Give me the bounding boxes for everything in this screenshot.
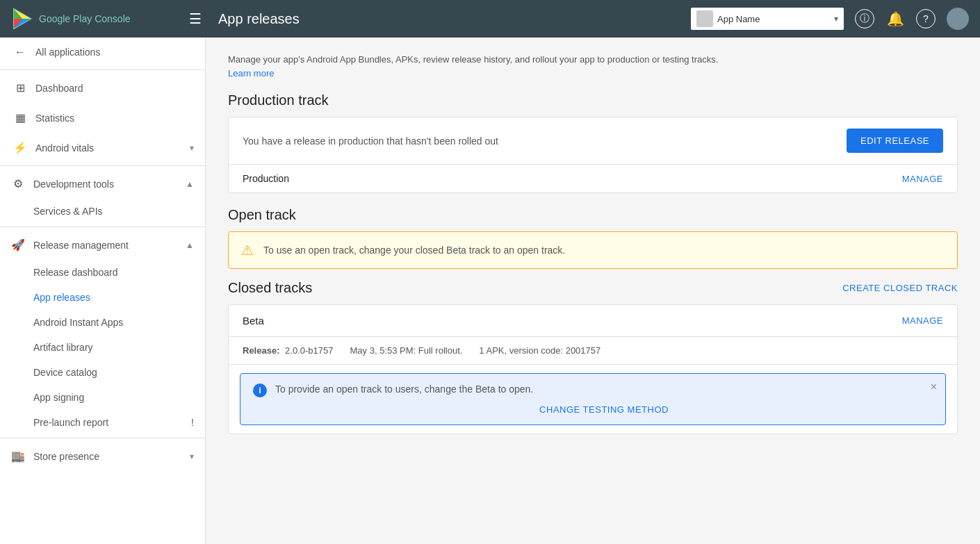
learn-more-link[interactable]: Learn more — [228, 68, 274, 79]
back-icon: ← — [13, 46, 27, 58]
services-apis-label: Services & APIs — [33, 206, 103, 217]
sidebar-divider-2 — [0, 165, 205, 166]
beta-title: Beta — [243, 315, 264, 327]
open-track-title: Open track — [228, 207, 958, 223]
chevron-down-icon: ▾ — [834, 14, 838, 24]
sidebar-dev-tools-label: Development tools — [33, 179, 114, 190]
sidebar-android-vitals-label: Android vitals — [35, 142, 181, 154]
edit-release-button[interactable]: EDIT RELEASE — [847, 129, 943, 153]
sidebar-divider-3 — [0, 226, 205, 227]
main-content: Manage your app's Android App Bundles, A… — [206, 38, 980, 544]
layout: ← Dashboard All applications ⊞ Dashboard… — [0, 38, 980, 544]
app-releases-label: App releases — [33, 292, 90, 303]
sidebar-statistics-label: Statistics — [35, 113, 194, 124]
beta-manage-button[interactable]: MANAGE — [902, 315, 943, 326]
release-dashboard-label: Release dashboard — [33, 267, 117, 278]
release-version: 2.0.0-b1757 — [285, 345, 333, 356]
sidebar-item-app-releases[interactable]: App releases — [0, 285, 205, 310]
closed-tracks-header: Closed tracks CREATE CLOSED TRACK — [228, 280, 958, 296]
chevron-up-icon-2: ▲ — [186, 240, 194, 250]
google-play-icon — [11, 8, 33, 30]
production-track-card: You have a release in production that ha… — [228, 117, 958, 193]
release-date: May 3, 5:53 PM: Full rollout. — [350, 345, 463, 356]
sidebar-item-device-catalog[interactable]: Device catalog — [0, 360, 205, 385]
sidebar-divider — [0, 69, 205, 70]
production-card-body: You have a release in production that ha… — [229, 117, 957, 164]
chevron-down-icon: ▾ — [190, 143, 194, 153]
dashboard-icon: ⊞ — [13, 81, 27, 94]
production-footer: Production MANAGE — [229, 164, 957, 192]
development-tools-icon: ⚙ — [11, 177, 25, 190]
beta-card-header: Beta MANAGE — [229, 305, 957, 337]
top-header: Google Play Console ☰ App releases App N… — [0, 0, 980, 38]
android-instant-apps-label: Android Instant Apps — [33, 317, 123, 328]
info-text: To provide an open track to users, chang… — [275, 384, 533, 395]
app-selector[interactable]: App Name ▾ — [691, 8, 844, 30]
notification-icon[interactable]: 🔔 — [885, 9, 905, 28]
info-banner-row: i To provide an open track to users, cha… — [253, 384, 933, 397]
production-track-title: Production track — [228, 92, 958, 108]
sidebar-item-release-dashboard[interactable]: Release dashboard — [0, 260, 205, 285]
release-management-icon: 🚀 — [11, 238, 25, 252]
sidebar-divider-4 — [0, 438, 205, 438]
beta-release-info: Release: 2.0.0-b1757 May 3, 5:53 PM: Ful… — [229, 337, 957, 365]
beta-card: Beta MANAGE Release: 2.0.0-b1757 May 3, … — [228, 304, 958, 434]
sidebar-back-label: All applications — [35, 47, 100, 58]
sidebar-release-mgmt-label: Release management — [33, 240, 129, 251]
sidebar-item-app-signing[interactable]: App signing — [0, 385, 205, 410]
app-icon — [696, 10, 713, 27]
app-name: App Name — [717, 14, 830, 24]
production-manage-button[interactable]: MANAGE — [902, 174, 943, 184]
release-apk: 1 APK, version code: 2001757 — [479, 345, 601, 356]
warning-triangle-icon: ⚠ — [241, 242, 254, 258]
android-vitals-icon: ⚡ — [13, 141, 27, 154]
closed-tracks-title: Closed tracks — [228, 280, 312, 296]
sidebar-section-release-management[interactable]: 🚀 Release management ▲ — [0, 230, 205, 260]
warning-text: To use an open track, change your closed… — [263, 245, 565, 256]
intro-text: Manage your app's Android App Bundles, A… — [228, 54, 958, 65]
sidebar-dashboard-label: Dashboard — [35, 83, 194, 94]
logo-text: Google Play Console — [39, 13, 131, 24]
sidebar-item-pre-launch-report[interactable]: Pre-launch report ! — [0, 410, 205, 435]
sidebar-item-all-applications[interactable]: ← Dashboard All applications — [0, 38, 205, 67]
sidebar-section-store-presence[interactable]: 🏬 Store presence ▾ — [0, 441, 205, 471]
chevron-down-icon-3: ▾ — [190, 452, 194, 461]
production-track-name: Production — [243, 173, 289, 184]
artifact-library-label: Artifact library — [33, 342, 93, 353]
open-track-warning: ⚠ To use an open track, change your clos… — [228, 231, 958, 269]
logo-area: Google Play Console — [11, 8, 178, 30]
info-icon[interactable]: ⓘ — [855, 9, 874, 28]
statistics-icon: ▦ — [13, 111, 27, 124]
avatar[interactable] — [947, 8, 969, 30]
pre-launch-report-label: Pre-launch report — [33, 417, 108, 428]
chevron-up-icon: ▲ — [186, 179, 194, 189]
release-label: Release: 2.0.0-b1757 — [243, 345, 334, 356]
header-icons: ⓘ 🔔 ? — [855, 8, 969, 30]
sidebar-item-statistics[interactable]: ▦ Statistics — [0, 103, 205, 133]
sidebar-item-artifact-library[interactable]: Artifact library — [0, 335, 205, 360]
sidebar-store-presence-label: Store presence — [33, 451, 99, 462]
info-circle-icon: i — [253, 384, 267, 397]
info-banner: × i To provide an open track to users, c… — [240, 373, 946, 425]
page-title: App releases — [218, 11, 680, 27]
sidebar-item-dashboard[interactable]: ⊞ Dashboard — [0, 73, 205, 103]
create-closed-track-button[interactable]: CREATE CLOSED TRACK — [842, 283, 958, 293]
pre-launch-badge: ! — [191, 417, 194, 428]
production-message: You have a release in production that ha… — [243, 135, 835, 147]
sidebar-item-android-vitals[interactable]: ⚡ Android vitals ▾ — [0, 133, 205, 163]
help-icon[interactable]: ? — [916, 9, 936, 28]
change-testing-method-button[interactable]: CHANGE TESTING METHOD — [253, 404, 933, 415]
device-catalog-label: Device catalog — [33, 367, 97, 378]
sidebar-item-android-instant-apps[interactable]: Android Instant Apps — [0, 310, 205, 335]
sidebar-item-services-apis[interactable]: Services & APIs — [0, 199, 205, 224]
store-presence-icon: 🏬 — [11, 450, 25, 463]
hamburger-menu[interactable]: ☰ — [189, 10, 202, 27]
sidebar: ← Dashboard All applications ⊞ Dashboard… — [0, 38, 206, 544]
app-signing-label: App signing — [33, 392, 84, 403]
sidebar-section-development-tools[interactable]: ⚙ Development tools ▲ — [0, 169, 205, 199]
close-icon[interactable]: × — [931, 381, 937, 393]
